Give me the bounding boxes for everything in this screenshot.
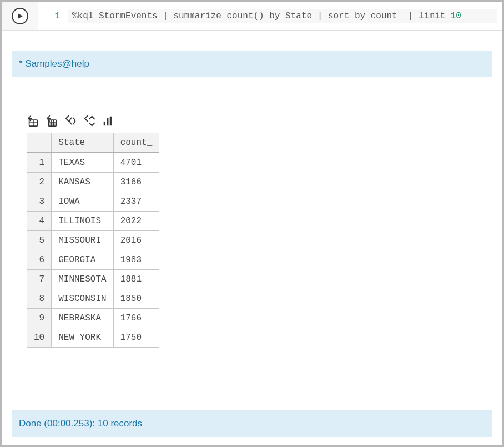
cell-state: MISSOURI <box>52 231 113 250</box>
table-body: 1TEXAS47012KANSAS31663IOWA23374ILLINOIS2… <box>27 153 159 348</box>
run-gutter <box>2 2 38 30</box>
svg-rect-10 <box>110 117 112 126</box>
row-index: 5 <box>27 231 52 250</box>
status-text: Done (00:00.253): 10 records <box>19 418 142 429</box>
row-index: 7 <box>27 270 52 289</box>
notebook-cell: 1 %kql StormEvents | summarize count() b… <box>2 2 502 445</box>
cell-count: 2016 <box>113 231 159 250</box>
table-header: State count_ <box>27 133 159 153</box>
table-row: 1TEXAS4701 <box>27 153 159 173</box>
cell-state: ILLINOIS <box>52 212 113 231</box>
cell-state: IOWA <box>52 192 113 212</box>
cell-state: NEW YORK <box>52 328 113 348</box>
cell-count: 3166 <box>113 173 159 192</box>
context-banner-text: * Samples@help <box>19 58 89 69</box>
context-banner: * Samples@help <box>12 51 492 77</box>
table-row: 7MINNESOTA1881 <box>27 270 159 289</box>
output-container: * Samples@help <box>2 31 502 445</box>
row-index: 6 <box>27 250 52 270</box>
table-row: 9NEBRASKA1766 <box>27 309 159 328</box>
cell-count: 1881 <box>113 270 159 289</box>
table-row: 2KANSAS3166 <box>27 173 159 192</box>
result-toolbar <box>27 115 477 127</box>
code-query: StormEvents | summarize count() by State… <box>99 11 451 21</box>
cell-count: 1750 <box>113 328 159 348</box>
cell-count: 2022 <box>113 212 159 231</box>
code-row: 1 %kql StormEvents | summarize count() b… <box>2 2 502 31</box>
result-table: State count_ 1TEXAS47012KANSAS31663IOWA2… <box>27 133 159 348</box>
cell-state: NEBRASKA <box>52 309 113 328</box>
table-row: 3IOWA2337 <box>27 192 159 212</box>
cell-state: KANSAS <box>52 173 113 192</box>
cell-state: WISCONSIN <box>52 289 113 309</box>
code-editor[interactable]: 1 %kql StormEvents | summarize count() b… <box>38 2 502 30</box>
run-button[interactable] <box>12 8 28 24</box>
row-index: 9 <box>27 309 52 328</box>
table-row: 4ILLINOIS2022 <box>27 212 159 231</box>
play-icon <box>17 13 23 19</box>
col-state[interactable]: State <box>52 133 113 153</box>
col-count[interactable]: count_ <box>113 133 159 153</box>
table-row: 10NEW YORK1750 <box>27 328 159 348</box>
col-index[interactable] <box>27 133 52 153</box>
cell-state: TEXAS <box>52 153 113 173</box>
row-index: 10 <box>27 328 52 348</box>
svg-rect-9 <box>107 118 108 126</box>
code-limit: 10 <box>451 11 461 21</box>
svg-rect-8 <box>104 122 105 125</box>
table-row: 6GEORGIA1983 <box>27 250 159 270</box>
cell-state: MINNESOTA <box>52 270 113 289</box>
row-index: 2 <box>27 173 52 192</box>
row-index: 8 <box>27 289 52 309</box>
cell-count: 2337 <box>113 192 159 212</box>
row-index: 1 <box>27 153 52 173</box>
expand-icon[interactable] <box>83 115 95 127</box>
code-magic: %kql <box>72 11 93 21</box>
cell-count: 1983 <box>113 250 159 270</box>
table-row: 5MISSOURI2016 <box>27 231 159 250</box>
refresh-grid-icon[interactable] <box>46 115 58 127</box>
brace-icon[interactable] <box>64 115 77 127</box>
cell-count: 1766 <box>113 309 159 328</box>
refresh-table-icon[interactable] <box>27 115 39 127</box>
status-banner: Done (00:00.253): 10 records <box>12 410 492 437</box>
output-area: State count_ 1TEXAS47012KANSAS31663IOWA2… <box>2 77 502 353</box>
row-index: 3 <box>27 192 52 212</box>
code-content: %kql StormEvents | summarize count() by … <box>68 9 497 23</box>
cell-count: 1850 <box>113 289 159 309</box>
spacer <box>2 353 502 410</box>
row-index: 4 <box>27 212 52 231</box>
cell-count: 4701 <box>113 153 159 173</box>
line-number: 1 <box>42 11 68 21</box>
cell-state: GEORGIA <box>52 250 113 270</box>
chart-icon[interactable] <box>102 115 114 127</box>
table-row: 8WISCONSIN1850 <box>27 289 159 309</box>
